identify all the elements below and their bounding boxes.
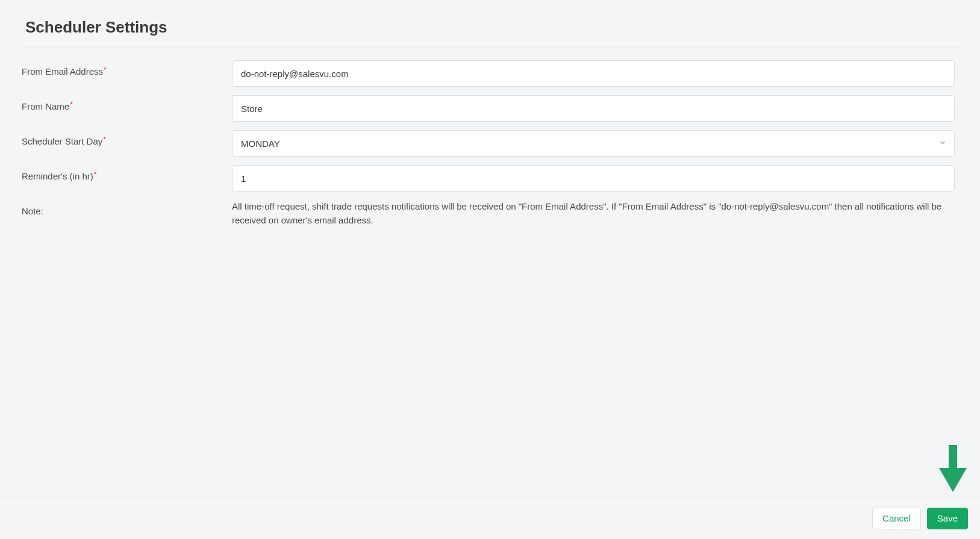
from-email-label-text: From Email Address [22,66,103,76]
start-day-select[interactable]: MONDAY [232,130,955,157]
from-email-row: From Email Address* [18,60,955,87]
required-asterisk: * [94,170,97,179]
reminders-input[interactable] [232,165,955,192]
scheduler-settings-form: From Email Address* From Name* Scheduler… [18,48,962,227]
start-day-label-text: Scheduler Start Day [22,136,102,146]
from-name-label-text: From Name [22,101,69,111]
annotation-arrow-icon [938,445,968,496]
required-asterisk: * [70,101,73,109]
from-name-label: From Name* [18,95,232,111]
page-title: Scheduler Settings [18,18,962,48]
note-row: Note: All time-off request, shift trade … [18,200,955,227]
from-email-label: From Email Address* [18,60,232,76]
cancel-button[interactable]: Cancel [872,508,921,529]
start-day-row: Scheduler Start Day* MONDAY [18,130,955,157]
footer-bar: Cancel Save [0,497,980,539]
start-day-label: Scheduler Start Day* [18,130,232,146]
save-button[interactable]: Save [927,508,968,529]
note-label-text: Note: [22,206,43,216]
note-label: Note: [18,200,232,216]
reminders-row: Reminder's (in hr)* [18,165,955,192]
from-email-input[interactable] [232,60,955,87]
reminders-label: Reminder's (in hr)* [18,165,232,181]
from-name-row: From Name* [18,95,955,122]
from-name-input[interactable] [232,95,955,122]
required-asterisk: * [103,136,106,144]
note-text: All time-off request, shift trade reques… [232,200,955,227]
reminders-label-text: Reminder's (in hr) [22,171,93,181]
required-asterisk: * [104,66,107,74]
